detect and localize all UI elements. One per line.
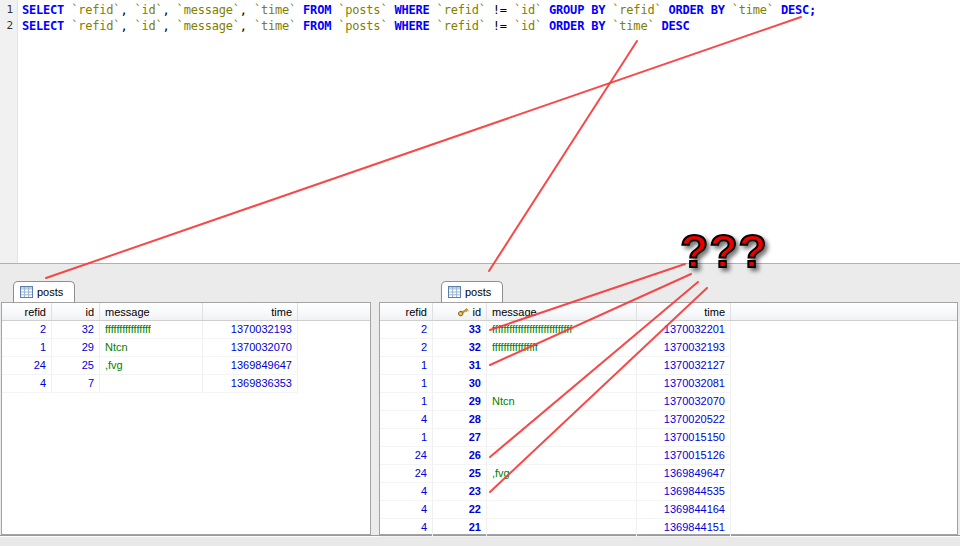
column-header-id[interactable]: id [52, 303, 100, 320]
cell-message[interactable]: ,fvg [487, 465, 637, 483]
column-header-message[interactable]: message [487, 303, 637, 320]
table-row[interactable]: 232ffffffffffffffff1370032193 [380, 339, 957, 357]
table-row[interactable]: 24261370015126 [380, 447, 957, 465]
cell-id[interactable]: 26 [433, 447, 487, 465]
table-row[interactable]: 4281370020522 [380, 411, 957, 429]
cell-time[interactable]: 1370015150 [637, 429, 731, 447]
cell-refid[interactable]: 2 [380, 339, 433, 357]
cell-time[interactable]: 1369836353 [203, 375, 298, 393]
cell-id[interactable]: 29 [52, 339, 100, 357]
cell-time[interactable]: 1370032193 [637, 339, 731, 357]
column-header-refid[interactable]: refid [380, 303, 433, 320]
cell-time[interactable]: 1370032193 [203, 321, 298, 339]
cell-time[interactable]: 1370032070 [637, 393, 731, 411]
cell-message[interactable] [487, 483, 637, 501]
cell-time[interactable]: 1369849647 [203, 357, 298, 375]
sql-line[interactable]: 1SELECT `refid`, `id`, `message`, `time`… [0, 2, 960, 18]
cell-id[interactable]: 27 [433, 429, 487, 447]
cell-id[interactable]: 32 [52, 321, 100, 339]
cell-message[interactable]: ,fvg [100, 357, 203, 375]
cell-refid[interactable]: 4 [2, 375, 52, 393]
cell-time[interactable]: 1370032070 [203, 339, 298, 357]
cell-message[interactable]: Ntcn [100, 339, 203, 357]
cell-refid[interactable]: 4 [380, 483, 433, 501]
sql-token-pl: , [120, 3, 134, 17]
table-row[interactable]: 2425,fvg1369849647 [2, 357, 370, 375]
cell-refid[interactable]: 1 [380, 375, 433, 393]
tab-label: posts [37, 286, 63, 298]
table-row[interactable]: 471369836353 [2, 375, 370, 393]
cell-refid[interactable]: 24 [380, 447, 433, 465]
cell-message[interactable] [487, 447, 637, 465]
table-row[interactable]: 4221369844164 [380, 501, 957, 519]
cell-message[interactable]: ffffffffffffffff [487, 339, 637, 357]
column-header-message[interactable]: message [100, 303, 203, 320]
table-row[interactable]: 129Ntcn1370032070 [2, 339, 370, 357]
table-row[interactable]: 129Ntcn1370032070 [380, 393, 957, 411]
sql-token-pl [542, 19, 549, 33]
cell-message[interactable] [487, 501, 637, 519]
column-header-id[interactable]: id [433, 303, 487, 320]
cell-time[interactable]: 1370020522 [637, 411, 731, 429]
cell-id[interactable]: 23 [433, 483, 487, 501]
cell-time[interactable]: 1370032127 [637, 357, 731, 375]
cell-time[interactable]: 1369844164 [637, 501, 731, 519]
table-row[interactable]: 1271370015150 [380, 429, 957, 447]
cell-id[interactable]: 21 [433, 519, 487, 537]
table-row[interactable]: 2425,fvg1369849647 [380, 465, 957, 483]
table-row[interactable]: 1301370032081 [380, 375, 957, 393]
results-tab-posts-right[interactable]: posts [441, 281, 503, 302]
cell-time[interactable]: 1370032201 [637, 321, 731, 339]
cell-id[interactable]: 30 [433, 375, 487, 393]
table-row[interactable]: 4231369844535 [380, 483, 957, 501]
cell-id[interactable]: 25 [52, 357, 100, 375]
cell-refid[interactable]: 2 [2, 321, 52, 339]
column-header-refid[interactable]: refid [2, 303, 52, 320]
cell-refid[interactable]: 1 [380, 429, 433, 447]
sql-line[interactable]: 2SELECT `refid`, `id`, `message`, `time`… [0, 18, 960, 34]
cell-message[interactable]: ffffffffffffffff [100, 321, 203, 339]
column-header-time[interactable]: time [203, 303, 298, 320]
table-row[interactable]: 233ffffffffffffffffffffffffffff137003220… [380, 321, 957, 339]
cell-id[interactable]: 29 [433, 393, 487, 411]
cell-time[interactable]: 1369849647 [637, 465, 731, 483]
cell-id[interactable]: 28 [433, 411, 487, 429]
table-row[interactable]: 232ffffffffffffffff1370032193 [2, 321, 370, 339]
cell-message[interactable]: Ntcn [487, 393, 637, 411]
cell-message[interactable] [487, 357, 637, 375]
cell-message[interactable] [100, 375, 203, 393]
cell-id[interactable]: 33 [433, 321, 487, 339]
cell-message[interactable]: ffffffffffffffffffffffffffff [487, 321, 637, 339]
cell-id[interactable]: 22 [433, 501, 487, 519]
table-row[interactable]: 1311370032127 [380, 357, 957, 375]
cell-id[interactable]: 32 [433, 339, 487, 357]
cell-message[interactable] [487, 429, 637, 447]
cell-refid[interactable]: 24 [380, 465, 433, 483]
cell-refid[interactable]: 1 [2, 339, 52, 357]
cell-time[interactable]: 1369844535 [637, 483, 731, 501]
sql-token-pl [774, 3, 781, 17]
cell-time[interactable]: 1370015126 [637, 447, 731, 465]
cell-message[interactable] [487, 411, 637, 429]
cell-refid[interactable]: 1 [380, 357, 433, 375]
result-grid-right: refididmessagetime233fffffffffffffffffff… [379, 302, 958, 535]
cell-message[interactable] [487, 375, 637, 393]
column-header-time[interactable]: time [637, 303, 731, 320]
cell-time[interactable]: 1369844151 [637, 519, 731, 537]
cell-refid[interactable]: 4 [380, 519, 433, 537]
primary-key-icon [457, 307, 469, 317]
cell-refid[interactable]: 4 [380, 501, 433, 519]
sql-token-kw: WHERE [394, 19, 429, 33]
cell-refid[interactable]: 4 [380, 411, 433, 429]
results-tab-posts-left[interactable]: posts [13, 281, 75, 302]
cell-id[interactable]: 31 [433, 357, 487, 375]
cell-id[interactable]: 7 [52, 375, 100, 393]
cell-refid[interactable]: 24 [2, 357, 52, 375]
table-row[interactable]: 4211369844151 [380, 519, 957, 537]
cell-id[interactable]: 25 [433, 465, 487, 483]
cell-time[interactable]: 1370032081 [637, 375, 731, 393]
cell-message[interactable] [487, 519, 637, 537]
sql-editor[interactable]: 1SELECT `refid`, `id`, `message`, `time`… [0, 0, 960, 263]
cell-refid[interactable]: 1 [380, 393, 433, 411]
cell-refid[interactable]: 2 [380, 321, 433, 339]
